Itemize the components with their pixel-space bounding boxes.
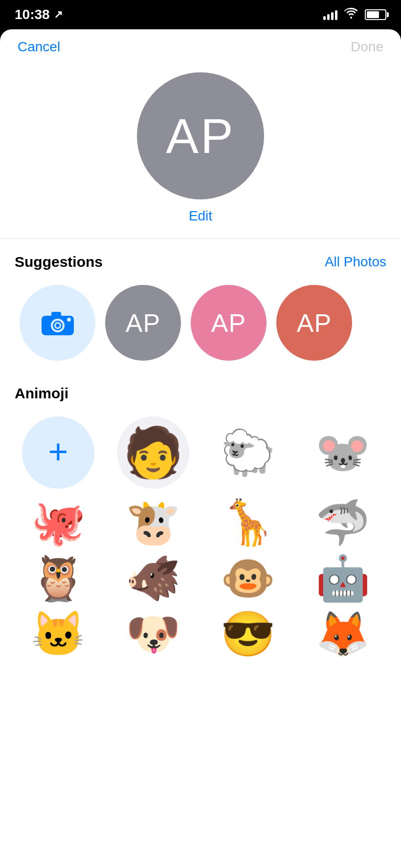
gray-ap-circle: AP (105, 285, 181, 361)
suggestion-coral-ap[interactable]: AP (276, 285, 352, 361)
svg-point-4 (56, 324, 60, 327)
suggestions-row: AP AP AP (15, 285, 386, 361)
pink-ap-initials: AP (211, 308, 246, 338)
sheep-emoji: 🐑 (221, 431, 275, 475)
animoji-grid: + 🧑 🐑 🐭 🐙 🐮 (15, 416, 386, 656)
sheet-header: Cancel Done (0, 29, 401, 63)
suggestion-gray-ap[interactable]: AP (105, 285, 181, 361)
all-photos-button[interactable]: All Photos (325, 254, 386, 270)
status-time: 10:38 ↗ (15, 7, 63, 22)
animoji-cat[interactable]: 🐱 (15, 612, 102, 656)
animoji-fox[interactable]: 🦊 (299, 612, 386, 656)
camera-icon (41, 308, 75, 338)
animoji-section: Animoji + 🧑 🐑 🐭 (0, 370, 401, 666)
animoji-mouse[interactable]: 🐭 (299, 416, 386, 489)
battery-icon (365, 9, 386, 20)
svg-rect-5 (51, 312, 61, 317)
cat-emoji: 🐱 (31, 612, 86, 656)
animoji-cool[interactable]: 😎 (204, 612, 291, 656)
fox-emoji: 🦊 (315, 612, 370, 656)
animoji-sheep[interactable]: 🐑 (204, 416, 291, 489)
pink-ap-circle: AP (191, 285, 267, 361)
signal-bar-4 (335, 10, 337, 20)
animoji-robot[interactable]: 🤖 (299, 556, 386, 600)
wifi-icon (344, 8, 358, 22)
add-animoji-item[interactable]: + (15, 416, 102, 489)
animoji-boar[interactable]: 🐗 (110, 556, 197, 600)
animoji-octopus[interactable]: 🐙 (15, 500, 102, 544)
suggestions-header: Suggestions All Photos (15, 254, 386, 270)
giraffe-emoji: 🦒 (221, 500, 275, 544)
svg-point-6 (67, 318, 71, 322)
gray-ap-initials: AP (126, 308, 160, 338)
main-sheet: Cancel Done AP Edit Suggestions All Phot… (0, 29, 401, 868)
boar-emoji: 🐗 (126, 556, 180, 600)
animoji-giraffe[interactable]: 🦒 (204, 500, 291, 544)
plus-icon: + (48, 434, 68, 469)
time-display: 10:38 (15, 7, 50, 22)
memoji-person-circle: 🧑 (117, 416, 189, 489)
edit-avatar-button[interactable]: Edit (189, 208, 212, 224)
done-button[interactable]: Done (351, 39, 383, 55)
animoji-dog[interactable]: 🐶 (110, 612, 197, 656)
owl-emoji: 🦉 (31, 556, 86, 600)
monkey-emoji: 🐵 (221, 556, 275, 600)
suggestion-camera[interactable] (20, 285, 95, 361)
cancel-button[interactable]: Cancel (18, 39, 60, 55)
mouse-emoji: 🐭 (315, 431, 370, 475)
dog-emoji: 🐶 (126, 612, 180, 656)
shark-emoji: 🦈 (315, 500, 370, 544)
coral-ap-initials: AP (297, 308, 332, 338)
camera-circle (20, 285, 95, 361)
memoji-person-emoji: 🧑 (123, 424, 184, 481)
animoji-memoji-person[interactable]: 🧑 (110, 416, 197, 489)
avatar-section: AP Edit (0, 63, 401, 239)
suggestions-section: Suggestions All Photos (0, 239, 401, 370)
animoji-monkey[interactable]: 🐵 (204, 556, 291, 600)
avatar-circle[interactable]: AP (137, 72, 264, 199)
signal-bar-1 (323, 16, 326, 20)
add-animoji-circle: + (22, 416, 94, 489)
avatar-initials: AP (166, 108, 235, 164)
battery-fill (367, 11, 379, 18)
signal-bar-3 (331, 12, 334, 20)
suggestion-pink-ap[interactable]: AP (191, 285, 267, 361)
suggestions-title: Suggestions (15, 254, 103, 270)
coral-ap-circle: AP (276, 285, 352, 361)
status-icons (323, 8, 386, 22)
robot-emoji: 🤖 (315, 556, 370, 600)
cool-emoji: 😎 (221, 612, 275, 656)
animoji-cow[interactable]: 🐮 (110, 500, 197, 544)
cow-emoji: 🐮 (126, 500, 180, 544)
signal-bar-2 (327, 14, 330, 20)
location-arrow-icon: ↗ (54, 8, 63, 21)
status-bar: 10:38 ↗ (0, 0, 401, 29)
animoji-title: Animoji (15, 385, 386, 402)
animoji-owl[interactable]: 🦉 (15, 556, 102, 600)
animoji-shark[interactable]: 🦈 (299, 500, 386, 544)
signal-bars-icon (323, 9, 337, 20)
octopus-emoji: 🐙 (31, 500, 86, 544)
